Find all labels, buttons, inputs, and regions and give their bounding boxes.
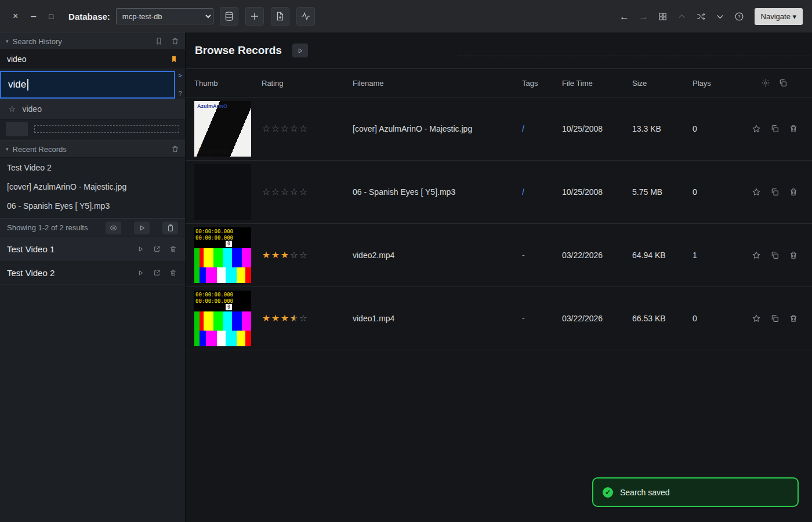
open-external-button[interactable]	[153, 245, 161, 253]
recent-records-header[interactable]: ▾ Recent Records	[0, 140, 185, 158]
copy-button[interactable]	[770, 251, 780, 260]
grid-view-button[interactable]	[658, 11, 668, 21]
thumbnail-video-frame[interactable]: 00:00:00.00000:00:00.0000	[194, 227, 251, 283]
bookmark-icon[interactable]	[155, 37, 163, 45]
play-all-button[interactable]	[292, 44, 308, 57]
collapse-caret-icon: ▾	[6, 146, 9, 152]
rating-stars[interactable]: ★★★☆☆	[262, 251, 353, 260]
chevron-up-button[interactable]	[677, 11, 687, 21]
star-empty-icon: ☆	[271, 187, 280, 197]
delete-button[interactable]	[789, 187, 798, 197]
database-manage-button[interactable]	[220, 7, 238, 26]
copy-button[interactable]	[770, 124, 780, 133]
search-help-button[interactable]: ?	[178, 90, 182, 97]
recent-record-item[interactable]: 06 - Spanish Eyes [ Y5].mp3	[0, 196, 185, 215]
navigate-button[interactable]: Navigate ▾	[755, 8, 803, 25]
col-filename[interactable]: Filename	[353, 79, 522, 88]
rating-stars[interactable]: ☆☆☆☆☆	[262, 187, 353, 197]
window-controls: × – □	[13, 12, 53, 21]
recent-record-item[interactable]: [cover] AzulmArinO - Majestic.jpg	[0, 177, 185, 196]
table-copy-button[interactable]	[778, 78, 788, 88]
copy-icon	[778, 78, 788, 88]
window-minimize-button[interactable]: –	[31, 12, 36, 21]
table-row[interactable]: ☆☆☆☆☆06 - Spanish Eyes [ Y5].mp3/10/25/2…	[186, 161, 812, 224]
col-tags[interactable]: Tags	[522, 79, 562, 88]
col-file-time[interactable]: File Time	[562, 79, 632, 88]
favorite-button[interactable]	[752, 314, 761, 323]
database-select[interactable]: mcp-test-db	[116, 8, 213, 24]
table-row[interactable]: AzulmArinOMajestic☆☆☆☆☆[cover] AzulmArin…	[186, 97, 812, 161]
tags-cell[interactable]: -	[522, 251, 562, 260]
window-maximize-button[interactable]: □	[49, 13, 53, 20]
search-input[interactable]: vide	[0, 71, 175, 99]
delete-button[interactable]	[169, 245, 177, 253]
table-row[interactable]: 00:00:00.00000:00:00.0000★★★☆☆video2.mp4…	[186, 224, 812, 287]
activity-button[interactable]	[296, 7, 315, 26]
clear-history-button[interactable]	[171, 37, 179, 45]
saved-search-item[interactable]: video	[0, 50, 185, 68]
file-time-cell: 03/22/2026	[562, 251, 632, 260]
search-history-header[interactable]: ▾ Search History	[0, 32, 185, 50]
search-suggestion-item[interactable]: ☆video	[0, 99, 185, 119]
help-button[interactable]: ?	[734, 11, 745, 21]
forward-button[interactable]: →	[639, 11, 649, 21]
col-size[interactable]: Size	[632, 79, 693, 88]
delete-button[interactable]	[789, 314, 798, 323]
cover-title-text: Majestic	[197, 147, 230, 155]
table-settings-button[interactable]	[761, 78, 770, 88]
thumbnail-blank[interactable]	[194, 164, 251, 220]
search-result-item[interactable]: Test Video 1	[0, 237, 185, 261]
recent-records-list: Test Video 2[cover] AzulmArinO - Majesti…	[0, 158, 185, 215]
chevron-up-icon	[677, 12, 687, 21]
star-filled-icon: ★	[280, 314, 289, 323]
rating-stars[interactable]: ★★★☆★☆	[262, 314, 353, 323]
filename-cell[interactable]: 06 - Spanish Eyes [ Y5].mp3	[353, 187, 522, 197]
back-button[interactable]: ←	[619, 11, 630, 21]
test-pattern-bottom	[194, 331, 251, 346]
favorite-button[interactable]	[752, 124, 761, 133]
delete-button[interactable]	[789, 251, 798, 260]
eye-icon	[110, 224, 118, 232]
thumbnail-album-cover[interactable]: AzulmArinOMajestic	[194, 101, 251, 157]
col-thumb[interactable]: Thumb	[194, 79, 262, 88]
test-pattern-stripes	[194, 248, 251, 267]
open-external-button[interactable]	[153, 269, 161, 277]
window-close-button[interactable]: ×	[13, 12, 18, 21]
col-rating[interactable]: Rating	[262, 79, 353, 88]
play-button[interactable]	[137, 269, 144, 277]
tags-cell[interactable]: /	[522, 124, 562, 133]
bookmark-filled-icon[interactable]	[170, 55, 178, 63]
preview-results-button[interactable]	[106, 222, 121, 234]
run-search-button[interactable]: >	[178, 72, 182, 79]
star-empty-icon: ☆	[299, 187, 308, 197]
thumbnail-video-frame[interactable]: 00:00:00.00000:00:00.0000	[194, 291, 251, 346]
filename-cell[interactable]: video2.mp4	[353, 251, 522, 260]
shuffle-button[interactable]	[696, 11, 706, 21]
copy-button[interactable]	[770, 314, 780, 323]
delete-button[interactable]	[789, 124, 798, 133]
recent-record-item[interactable]: Test Video 2	[0, 158, 185, 177]
add-record-button[interactable]	[245, 7, 264, 26]
favorite-button[interactable]	[752, 251, 761, 260]
rating-stars[interactable]: ☆☆☆☆☆	[262, 124, 353, 133]
search-input-value: vide	[8, 79, 26, 90]
tags-cell[interactable]: /	[522, 187, 562, 197]
col-plays[interactable]: Plays	[693, 79, 748, 88]
favorite-button[interactable]	[752, 187, 761, 197]
tags-cell[interactable]: -	[522, 314, 562, 323]
copy-results-button[interactable]	[162, 222, 178, 234]
table-row[interactable]: 00:00:00.00000:00:00.0000★★★☆★☆video1.mp…	[186, 287, 812, 350]
copy-button[interactable]	[770, 187, 780, 197]
filename-cell[interactable]: video1.mp4	[353, 314, 522, 323]
delete-button[interactable]	[169, 269, 177, 277]
chevron-down-button[interactable]	[715, 11, 726, 21]
clear-recent-button[interactable]	[171, 145, 179, 153]
star-empty-icon: ☆	[299, 314, 308, 323]
results-summary-bar: Showing 1-2 of 2 results	[0, 218, 185, 237]
search-result-item[interactable]: Test Video 2	[0, 261, 185, 285]
import-file-button[interactable]	[271, 7, 289, 26]
play-button[interactable]	[137, 245, 144, 253]
filename-cell[interactable]: [cover] AzulmArinO - Majestic.jpg	[353, 124, 522, 133]
database-icon	[224, 11, 234, 21]
play-results-button[interactable]	[134, 222, 150, 234]
